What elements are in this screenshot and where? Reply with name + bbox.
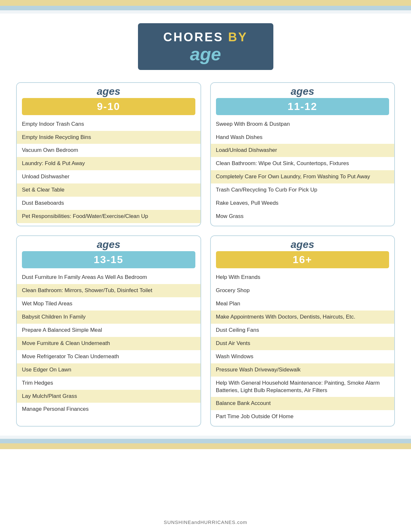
age-range-ages-9-10: 9-10 — [22, 98, 195, 115]
header-stripes — [0, 0, 411, 14]
main-grid: ages9-10Empty Indoor Trash CansEmpty Ins… — [0, 73, 411, 436]
chore-item: Grocery Shop — [211, 284, 395, 297]
footer-stripe-yellow — [0, 443, 411, 449]
title-block: CHORES BY age — [138, 23, 273, 70]
chore-item: Dust Air Vents — [211, 337, 395, 350]
chore-item: Completely Care For Own Laundry, From Wa… — [211, 170, 395, 183]
footer: SUNSHINEandHURRICANES.com — [164, 514, 247, 532]
chore-item: Sweep With Broom & Dustpan — [211, 118, 395, 131]
chore-list-ages-9-10: Empty Indoor Trash CansEmpty Inside Recy… — [17, 116, 201, 226]
chore-item: Dust Ceiling Fans — [211, 324, 395, 337]
card-ages-9-10: ages9-10Empty Indoor Trash CansEmpty Ins… — [16, 82, 201, 227]
chore-item: Lay Mulch/Plant Grass — [17, 390, 201, 403]
chore-item: Make Appointments With Doctors, Dentists… — [211, 310, 395, 324]
chore-item: Pet Responsibilities: Food/Water/Exercis… — [17, 210, 201, 223]
stripe-white — [0, 10, 411, 14]
ages-label-ages-16-plus: ages — [216, 239, 389, 251]
chore-list-ages-16-plus: Help With ErrandsGrocery ShopMeal PlanMa… — [211, 270, 395, 426]
chore-item: Pressure Wash Driveway/Sidewalk — [211, 363, 395, 377]
card-header-ages-11-12: ages11-12 — [211, 83, 395, 115]
chore-item: Help With General Household Maintenance:… — [211, 377, 395, 397]
chore-list-ages-11-12: Sweep With Broom & DustpanHand Wash Dish… — [211, 116, 395, 226]
chore-item: Move Furniture & Clean Underneath — [17, 337, 201, 350]
chore-item: Set & Clear Table — [17, 183, 201, 197]
chore-item: Load/Unload Dishwasher — [211, 144, 395, 157]
chore-item: Move Refrigerator To Clean Underneath — [17, 350, 201, 363]
chore-item: Dust Furniture In Family Areas As Well A… — [17, 271, 201, 284]
ages-label-ages-9-10: ages — [22, 85, 195, 97]
footer-stripe-blue — [0, 439, 411, 443]
chore-item: Balance Bank Account — [211, 397, 395, 410]
chore-item: Mow Grass — [211, 210, 395, 223]
footer-stripe-white — [0, 436, 411, 439]
footer-stripes — [0, 436, 411, 449]
title-age: age — [148, 44, 264, 64]
chore-item: Dust Baseboards — [17, 197, 201, 210]
chore-item: Hand Wash Dishes — [211, 131, 395, 144]
card-header-ages-9-10: ages9-10 — [17, 83, 201, 115]
title-chores: CHORES BY — [148, 30, 264, 44]
chore-item: Trash Can/Recycling To Curb For Pick Up — [211, 183, 395, 197]
footer-text: SUNSHINEandHURRICANES.com — [164, 519, 247, 525]
chore-item: Meal Plan — [211, 297, 395, 310]
chore-item: Prepare A Balanced Simple Meal — [17, 324, 201, 337]
stripe-blue-light — [0, 6, 411, 10]
chore-item: Help With Errands — [211, 271, 395, 284]
card-ages-16-plus: ages16+Help With ErrandsGrocery ShopMeal… — [210, 235, 395, 427]
age-range-ages-11-12: 11-12 — [216, 98, 389, 115]
chore-item: Wash Windows — [211, 350, 395, 363]
chore-item: Rake Leaves, Pull Weeds — [211, 197, 395, 210]
title-by: BY — [228, 30, 248, 44]
chore-item: Clean Bathroom: Wipe Out Sink, Counterto… — [211, 157, 395, 170]
chore-item: Manage Personal Finances — [17, 403, 201, 416]
chore-item: Use Edger On Lawn — [17, 363, 201, 377]
chore-item: Empty Indoor Trash Cans — [17, 118, 201, 131]
chore-item: Babysit Children In Family — [17, 310, 201, 324]
stripe-yellow — [0, 0, 411, 6]
chore-item: Wet Mop Tiled Areas — [17, 297, 201, 310]
card-header-ages-16-plus: ages16+ — [211, 236, 395, 268]
ages-label-ages-13-15: ages — [22, 239, 195, 251]
card-ages-11-12: ages11-12Sweep With Broom & DustpanHand … — [210, 82, 395, 227]
age-range-ages-16-plus: 16+ — [216, 251, 389, 268]
chore-item: Clean Bathroom: Mirrors, Shower/Tub, Dis… — [17, 284, 201, 297]
chore-item: Part Time Job Outside Of Home — [211, 410, 395, 423]
chore-item: Vacuum Own Bedroom — [17, 144, 201, 157]
chore-item: Empty Inside Recycling Bins — [17, 131, 201, 144]
chore-item: Trim Hedges — [17, 377, 201, 390]
chore-item: Laundry: Fold & Put Away — [17, 157, 201, 170]
card-header-ages-13-15: ages13-15 — [17, 236, 201, 268]
chore-list-ages-13-15: Dust Furniture In Family Areas As Well A… — [17, 270, 201, 419]
age-range-ages-13-15: 13-15 — [22, 251, 195, 268]
card-ages-13-15: ages13-15Dust Furniture In Family Areas … — [16, 235, 201, 427]
chore-item: Unload Dishwasher — [17, 170, 201, 183]
ages-label-ages-11-12: ages — [216, 85, 389, 97]
